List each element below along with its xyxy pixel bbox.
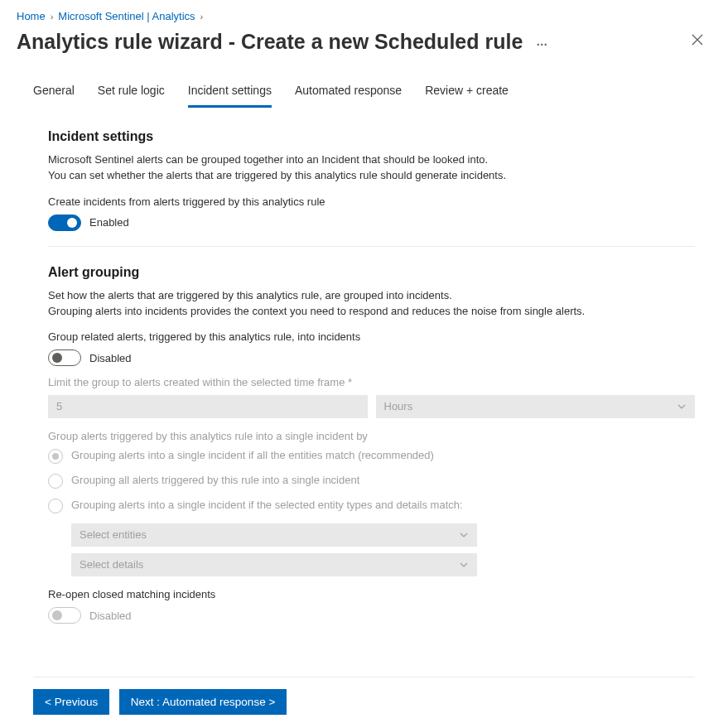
- previous-button[interactable]: < Previous: [33, 689, 109, 715]
- desc-text: You can set whether the alerts that are …: [48, 169, 506, 181]
- radio-label: Grouping alerts into a single incident i…: [71, 449, 434, 461]
- radio-icon: [48, 474, 63, 489]
- tab-incident-settings[interactable]: Incident settings: [188, 77, 272, 108]
- radio-selected-types[interactable]: Grouping alerts into a single incident i…: [48, 499, 695, 513]
- incident-settings-heading: Incident settings: [48, 129, 695, 144]
- tab-review-create[interactable]: Review + create: [425, 77, 509, 108]
- create-incidents-label: Create incidents from alerts triggered b…: [48, 195, 695, 208]
- chevron-right-icon: ›: [200, 12, 204, 22]
- radio-label: Grouping all alerts triggered by this ru…: [71, 474, 359, 486]
- wizard-tabs: General Set rule logic Incident settings…: [0, 60, 728, 108]
- select-placeholder: Select entities: [80, 523, 147, 547]
- desc-text: Set how the alerts that are triggered by…: [48, 289, 452, 301]
- create-incidents-toggle[interactable]: [48, 215, 81, 231]
- select-entities-dropdown[interactable]: Select entities: [71, 523, 477, 547]
- select-placeholder: Select details: [80, 553, 143, 576]
- limit-value-input[interactable]: 5: [48, 395, 368, 418]
- breadcrumb: Home › Microsoft Sentinel | Analytics ›: [0, 0, 728, 27]
- reopen-toggle[interactable]: [48, 607, 81, 624]
- chevron-right-icon: ›: [51, 12, 54, 22]
- alert-grouping-desc: Set how the alerts that are triggered by…: [48, 288, 695, 320]
- group-related-label: Group related alerts, triggered by this …: [48, 330, 695, 343]
- limit-unit-select[interactable]: Hours: [376, 395, 696, 418]
- page-header: Analytics rule wizard - Create a new Sch…: [0, 27, 728, 60]
- tab-set-rule-logic[interactable]: Set rule logic: [98, 77, 165, 108]
- next-button[interactable]: Next : Automated response >: [119, 689, 287, 715]
- page-title: Analytics rule wizard - Create a new Sch…: [17, 30, 523, 54]
- incident-settings-desc: Microsoft Sentinel alerts can be grouped…: [48, 152, 695, 184]
- section-divider: [48, 246, 695, 247]
- select-value: Hours: [384, 395, 413, 418]
- reopen-label: Re-open closed matching incidents: [48, 588, 695, 600]
- chevron-down-icon: [677, 402, 687, 412]
- radio-icon: [48, 499, 63, 513]
- tab-automated-response[interactable]: Automated response: [295, 77, 402, 108]
- wizard-footer: < Previous Next : Automated response >: [0, 677, 728, 715]
- close-button[interactable]: [687, 29, 708, 54]
- more-menu-button[interactable]: …: [536, 35, 549, 48]
- limit-timeframe-label: Limit the group to alerts created within…: [48, 376, 695, 388]
- create-incidents-state: Enabled: [89, 216, 129, 229]
- group-by-radiogroup: Grouping alerts into a single incident i…: [48, 449, 695, 513]
- radio-label: Grouping alerts into a single incident i…: [71, 499, 463, 511]
- select-details-dropdown[interactable]: Select details: [71, 553, 477, 576]
- footer-divider: [33, 677, 695, 677]
- radio-all-alerts[interactable]: Grouping all alerts triggered by this ru…: [48, 474, 695, 489]
- radio-entities-match[interactable]: Grouping alerts into a single incident i…: [48, 449, 695, 464]
- alert-grouping-heading: Alert grouping: [48, 265, 695, 280]
- group-related-state: Disabled: [89, 352, 132, 364]
- close-icon: [692, 34, 703, 46]
- breadcrumb-home[interactable]: Home: [17, 10, 46, 22]
- tab-general[interactable]: General: [33, 77, 75, 108]
- group-by-label: Group alerts triggered by this analytics…: [48, 430, 695, 442]
- group-related-toggle[interactable]: [48, 350, 81, 366]
- radio-icon: [48, 449, 63, 464]
- desc-text: Grouping alerts into incidents provides …: [48, 305, 585, 317]
- reopen-state: Disabled: [89, 610, 132, 622]
- chevron-down-icon: [459, 560, 469, 570]
- chevron-down-icon: [459, 530, 469, 540]
- desc-text: Microsoft Sentinel alerts can be grouped…: [48, 153, 488, 166]
- input-value: 5: [56, 395, 62, 418]
- breadcrumb-service[interactable]: Microsoft Sentinel | Analytics: [58, 10, 195, 22]
